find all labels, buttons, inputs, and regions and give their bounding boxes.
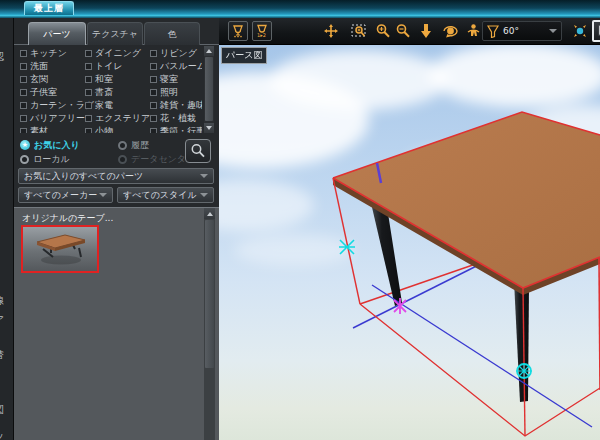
category-item[interactable]: エクステリア: [85, 112, 150, 125]
fit-view-icon[interactable]: [570, 21, 590, 41]
checkbox[interactable]: [150, 50, 157, 57]
category-item[interactable]: キッチン: [20, 47, 67, 60]
table-thumbnail-image: [23, 227, 97, 271]
clipped-label: 線: [0, 296, 4, 306]
tab-color[interactable]: 色: [144, 22, 200, 45]
source-favorites[interactable]: ★ お気に入り: [20, 139, 80, 151]
left-tool-strip[interactable]: 認 線 ア 替 図 ッ: [0, 0, 14, 440]
scrollbar-thumb[interactable]: [205, 220, 214, 368]
category-item[interactable]: ダイニング: [85, 47, 141, 60]
scrollbar-thumb[interactable]: [205, 57, 213, 121]
app-window: 認 線 ア 替 図 ッ 最上層 1▸2: [0, 0, 600, 440]
chevron-down-icon: [549, 29, 557, 33]
category-item[interactable]: 家電: [85, 99, 113, 112]
tab-top-layer[interactable]: 最上層: [24, 1, 74, 15]
look-down-icon[interactable]: [416, 21, 436, 41]
panel-tab-row: パーツ テクスチャ 色: [14, 21, 219, 45]
category-item[interactable]: 季節・行事: [150, 125, 202, 133]
radio-icon: [20, 155, 29, 164]
scroll-down-icon[interactable]: [204, 123, 214, 133]
checkbox[interactable]: [20, 128, 27, 133]
checkbox[interactable]: [20, 102, 27, 109]
walkthrough-icon[interactable]: [463, 21, 483, 41]
checkbox[interactable]: [20, 115, 27, 122]
checkbox[interactable]: [85, 76, 92, 83]
checkbox[interactable]: [85, 63, 92, 70]
star-icon: ★: [20, 140, 30, 150]
scroll-up-icon[interactable]: [204, 208, 215, 219]
view-angle-select[interactable]: 60°: [482, 21, 562, 41]
clipped-label: ア: [0, 315, 4, 325]
search-icon: [190, 143, 206, 159]
orbit-icon[interactable]: [440, 21, 460, 41]
view-angle-value: 60°: [503, 26, 545, 36]
checkbox[interactable]: [150, 89, 157, 96]
category-item[interactable]: 子供室: [20, 86, 57, 99]
source-datacenter[interactable]: データセンター: [118, 153, 195, 165]
checkbox[interactable]: [150, 115, 157, 122]
parts-list: オリジナルのテーブ...: [14, 207, 219, 440]
category-item[interactable]: 素材: [20, 125, 48, 133]
marquee-zoom-icon[interactable]: [349, 21, 369, 41]
radio-icon: [118, 155, 127, 164]
checkbox[interactable]: [150, 76, 157, 83]
checkbox[interactable]: [85, 102, 92, 109]
scene-3d: [219, 45, 600, 440]
category-item[interactable]: バリアフリー: [20, 112, 85, 125]
parts-panel: パーツ テクスチャ 色 キッチン ダイニング リビング 洗面 トイレ バスルーム…: [14, 18, 219, 440]
filter-maker-dropdown[interactable]: すべてのメーカー: [18, 187, 113, 203]
checkbox[interactable]: [150, 102, 157, 109]
perspective-viewport[interactable]: パース図: [219, 45, 600, 440]
checkbox[interactable]: [20, 76, 27, 83]
checkbox[interactable]: [150, 63, 157, 70]
category-item[interactable]: 和室: [85, 73, 113, 86]
chevron-down-icon: [200, 193, 208, 197]
category-item[interactable]: 雑貨・趣味: [150, 99, 202, 112]
source-local[interactable]: ローカル: [20, 153, 70, 165]
source-history[interactable]: 履歴: [118, 139, 149, 151]
trophy-icon: [231, 24, 245, 38]
category-scrollbar[interactable]: [204, 46, 214, 133]
view-bookmark-switch-icon[interactable]: 1▸2: [252, 21, 272, 41]
category-item[interactable]: バスルーム: [150, 60, 202, 73]
category-item[interactable]: トイレ: [85, 60, 123, 73]
filter-parts-dropdown[interactable]: お気に入りのすべてのパーツ: [18, 168, 214, 184]
checkbox[interactable]: [20, 89, 27, 96]
checkbox[interactable]: [85, 89, 92, 96]
category-item[interactable]: 小物: [85, 125, 113, 133]
zoom-out-icon[interactable]: [393, 21, 413, 41]
pan-tool-icon[interactable]: [321, 21, 341, 41]
category-item[interactable]: 花・植栽: [150, 112, 196, 125]
bbox-front-floor-edge: [360, 304, 600, 436]
checkbox[interactable]: [85, 50, 92, 57]
checkbox[interactable]: [150, 128, 157, 133]
view-mode-label: パース図: [221, 47, 267, 64]
view-bookmark-icon[interactable]: [228, 21, 248, 41]
category-item[interactable]: 玄関: [20, 73, 48, 86]
category-grid: キッチン ダイニング リビング 洗面 トイレ バスルーム 玄関 和室 寝室 子供…: [14, 46, 202, 133]
checkbox[interactable]: [20, 63, 27, 70]
category-item[interactable]: カーテン・ラグ: [20, 99, 94, 112]
select-cursor-button[interactable]: [592, 20, 600, 42]
category-item[interactable]: 寝室: [150, 73, 178, 86]
category-item[interactable]: 照明: [150, 86, 178, 99]
checkbox[interactable]: [20, 50, 27, 57]
tab-texture[interactable]: テクスチャ: [87, 22, 143, 45]
scroll-up-icon[interactable]: [204, 46, 214, 56]
clipped-label: 替: [0, 350, 4, 360]
grid-line-blue-2: [372, 285, 592, 427]
title-band: 最上層: [0, 0, 600, 18]
filter-style-dropdown[interactable]: すべてのスタイル: [117, 187, 214, 203]
chevron-down-icon: [99, 193, 107, 197]
part-thumbnail-selected[interactable]: [21, 225, 99, 273]
search-button[interactable]: [185, 139, 211, 163]
zoom-in-icon[interactable]: [373, 21, 393, 41]
category-item[interactable]: 書斎: [85, 86, 113, 99]
clipped-label: 図: [0, 405, 4, 415]
category-item[interactable]: リビング: [150, 47, 197, 60]
tab-parts[interactable]: パーツ: [28, 22, 86, 45]
parts-scrollbar[interactable]: [204, 208, 215, 440]
checkbox[interactable]: [85, 128, 92, 133]
category-item[interactable]: 洗面: [20, 60, 48, 73]
checkbox[interactable]: [85, 115, 92, 122]
